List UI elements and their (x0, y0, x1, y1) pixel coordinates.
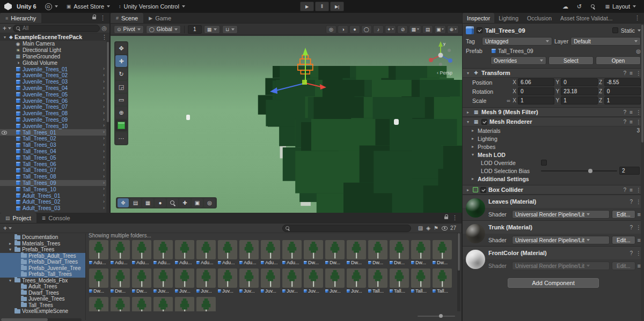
asset-grid-item[interactable]: Dw... (89, 268, 109, 294)
edit-shader-button[interactable]: Edit... (612, 236, 635, 244)
lock-icon[interactable] (92, 17, 96, 19)
asset-grid-item[interactable]: Tall... (131, 297, 152, 311)
static-checkbox[interactable] (612, 27, 618, 33)
presets-icon[interactable]: ≡ (630, 109, 633, 115)
prefab-chevron-icon[interactable]: › (103, 142, 105, 147)
hierarchy-row[interactable]: Tall_Trees_04 › (0, 148, 106, 155)
enabled-checkbox[interactable] (481, 119, 487, 125)
material-header[interactable]: FrontColor (Material) ? ⋮ (463, 247, 644, 259)
help-icon[interactable]: ? (630, 225, 633, 230)
step-button[interactable]: ▶| (330, 2, 344, 11)
hierarchy-row[interactable]: Adult_Trees_02 › (0, 199, 106, 205)
prefab-chevron-icon[interactable]: › (103, 148, 105, 154)
material-preview-sphere[interactable] (466, 224, 485, 243)
zoom-overlay-icon[interactable] (167, 198, 178, 207)
foldout-icon[interactable]: ▾ (8, 247, 13, 252)
material-header[interactable]: Trunk (Material) ? ⋮ (463, 221, 644, 234)
prefab-chevron-icon[interactable]: › (103, 85, 105, 91)
hierarchy-row[interactable]: Main Camera › (0, 41, 106, 47)
lighting-toggle-icon[interactable]: ◯ (361, 25, 372, 34)
project-folder-row[interactable]: Juvenile_Trees (0, 296, 85, 302)
asset-grid-item[interactable]: Juv... (239, 268, 259, 294)
prefab-chevron-icon[interactable]: › (103, 180, 105, 185)
tab-game[interactable]: ▶ Game (143, 13, 177, 23)
asset-grid-item[interactable]: Tall... (411, 268, 431, 294)
play-button[interactable]: ▶ (300, 2, 314, 11)
open-asset-icon[interactable]: ▨ (418, 225, 423, 231)
lod-bias-slider[interactable] (541, 168, 617, 174)
asset-store-menu[interactable]: ▣ Asset Store (63, 0, 114, 13)
space-dropdown[interactable]: ◯ Global (146, 25, 181, 34)
prefab-chevron-icon[interactable]: › (103, 174, 105, 179)
move-overlay-icon[interactable]: ✚ (179, 198, 191, 207)
asset-grid-item[interactable]: Tall... (174, 297, 195, 311)
active-checkbox[interactable] (477, 27, 482, 33)
lod-override-checkbox[interactable] (541, 160, 547, 166)
twod-toggle-icon[interactable]: ● (349, 25, 360, 34)
asset-grid-item[interactable]: Juv... (217, 268, 238, 294)
presets-icon[interactable]: ≡ (630, 187, 633, 193)
visibility-eye-icon[interactable] (2, 130, 7, 136)
help-icon[interactable]: ? (624, 109, 627, 115)
hidden-objects-icon[interactable]: ⊘ (397, 25, 408, 34)
orientation-gizmo[interactable]: y (426, 39, 456, 69)
add-component-button[interactable]: Add Component (508, 278, 599, 288)
asset-grid-item[interactable]: Adu... (239, 240, 259, 265)
project-folder-row[interactable]: Prefab_Tall_Trees (0, 271, 85, 278)
inspector-tab[interactable]: Occlusion (523, 13, 556, 23)
mesh-renderer-header[interactable]: ▾ ▦ Mesh Renderer ? ≡ ⋮ (463, 117, 644, 126)
asset-grid-item[interactable]: Adu... (153, 240, 173, 265)
cloud-icon[interactable]: ☁ (559, 1, 571, 12)
prefab-chevron-icon[interactable]: › (103, 192, 105, 198)
project-folder-row[interactable]: ▾ Prefab_Trees (0, 247, 85, 253)
prefab-chevron-icon[interactable]: › (103, 161, 105, 166)
project-folder-row[interactable]: Dwarf_Trees (0, 290, 85, 296)
project-folder-row[interactable]: VoxelExmpleScene (0, 308, 85, 315)
chevron-down-icon[interactable] (8, 27, 11, 29)
asset-grid-item[interactable]: Tall... (110, 297, 130, 311)
prefab-chevron-icon[interactable]: › (103, 66, 105, 71)
foldout-icon[interactable]: ▸ (465, 188, 471, 192)
camera-view-icon[interactable]: ▣ (434, 25, 447, 34)
lod-bias-field[interactable]: 2 (619, 167, 640, 175)
bundle-icon[interactable]: ◈ (426, 225, 430, 231)
hierarchy-row[interactable]: Tall_Trees_02 › (0, 136, 106, 142)
project-folder-row[interactable]: Prefab_Adult_Trees (0, 253, 85, 259)
lock-icon[interactable] (444, 217, 448, 219)
asset-grid-item[interactable]: Juv... (174, 268, 195, 294)
foldout-icon[interactable]: ▾ (8, 278, 13, 283)
asset-grid-item[interactable]: Dw... (368, 240, 388, 265)
select-button[interactable]: Select (548, 56, 594, 65)
asset-grid-item[interactable]: Adu... (196, 240, 216, 265)
grid-toggle-icon[interactable]: ▦ (409, 25, 421, 34)
presets-icon[interactable]: ≡ (630, 119, 633, 125)
panel-menu-icon[interactable]: ⋮ (634, 14, 640, 21)
grid-size-field[interactable]: 1 (188, 25, 202, 34)
panel-menu-icon[interactable]: ⋮ (452, 214, 458, 221)
asset-grid-item[interactable]: Tall... (368, 268, 388, 294)
overrides-dropdown[interactable]: Overrides (491, 56, 546, 65)
hierarchy-row[interactable]: Tall_Trees_07 › (0, 167, 106, 174)
project-folder-row[interactable]: Prefab_Dwarf_Trees (0, 259, 85, 265)
gizmos-icon[interactable]: ⊕ (447, 25, 459, 34)
chevron-down-icon[interactable] (9, 227, 12, 229)
prefab-name-label[interactable]: Tall_Trees_09 (498, 48, 533, 54)
help-icon[interactable]: ? (624, 70, 627, 76)
help-icon[interactable]: ? (630, 199, 633, 205)
help-icon[interactable]: ? (624, 187, 627, 193)
asset-grid-item[interactable]: Dw... (346, 240, 367, 265)
asset-grid-item[interactable]: Juv... (196, 268, 216, 294)
grid-snap-dropdown[interactable]: ▦ (204, 25, 221, 34)
hierarchy-row[interactable]: Juvenile_Trees_09 › (0, 117, 106, 123)
asset-grid-item[interactable]: Dw... (110, 268, 130, 294)
compass-overlay-icon[interactable]: ◎ (204, 198, 215, 207)
x-field[interactable]: 1 (518, 96, 554, 104)
scene-root-row[interactable]: ▾ ◆ ExampleEsceneTreePack ⋮ (0, 33, 109, 41)
effects-dropdown-icon[interactable]: ✦ (385, 25, 397, 34)
asset-grid-item[interactable]: Juv... (153, 268, 173, 294)
create-asset-button[interactable]: + (3, 225, 7, 232)
material-preview-sphere[interactable] (466, 198, 485, 218)
grid-overlay-icon[interactable]: ▦ (142, 198, 153, 207)
perspective-label[interactable]: ‹ Persp (437, 70, 452, 76)
hidden-eye-icon[interactable] (442, 226, 448, 230)
